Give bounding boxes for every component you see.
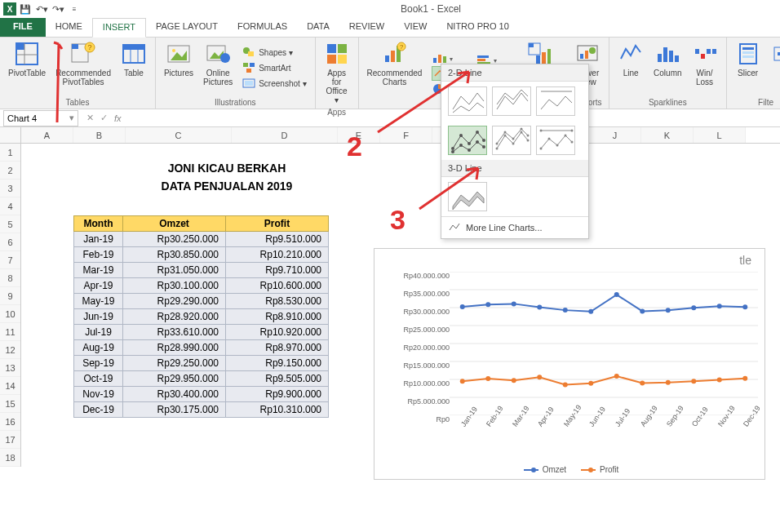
cell-profit[interactable]: Rp9.900.000 xyxy=(226,387,329,402)
col-header-C[interactable]: C xyxy=(126,127,232,143)
cell-profit[interactable]: Rp9.505.000 xyxy=(226,371,329,387)
select-all-corner[interactable] xyxy=(0,127,21,143)
cell-profit[interactable]: Rp9.710.000 xyxy=(226,263,329,278)
tab-formulas[interactable]: FORMULAS xyxy=(228,18,297,37)
cell-profit[interactable]: Rp10.600.000 xyxy=(226,278,329,294)
col-header-K[interactable]: K xyxy=(641,127,694,143)
rec-pivottables-button[interactable]: ? Recommended PivotTables xyxy=(52,39,114,96)
row-header-1[interactable]: 1 xyxy=(0,144,20,162)
cell-profit[interactable]: Rp9.510.000 xyxy=(226,232,329,247)
chart-type-line-markers[interactable] xyxy=(448,126,487,155)
tab-nitro[interactable]: NITRO PRO 10 xyxy=(437,18,518,37)
enter-icon[interactable]: ✓ xyxy=(100,113,108,123)
tab-file[interactable]: FILE xyxy=(0,18,46,37)
cell-omzet[interactable]: Rp30.175.000 xyxy=(123,402,226,418)
row-header-2[interactable]: 2 xyxy=(0,162,20,180)
save-icon[interactable]: 💾 xyxy=(18,2,33,16)
row-header-13[interactable]: 13 xyxy=(0,359,20,377)
apps-office-button[interactable]: Apps for Office ▾ xyxy=(321,39,353,106)
cell-omzet[interactable]: Rp33.610.000 xyxy=(123,325,226,340)
table-row[interactable]: Apr-19Rp30.100.000Rp10.600.000 xyxy=(74,278,329,294)
table-button[interactable]: Table xyxy=(117,39,150,96)
table-row[interactable]: Nov-19Rp30.400.000Rp9.900.000 xyxy=(74,387,329,402)
row-header-14[interactable]: 14 xyxy=(0,377,20,395)
cell-month[interactable]: Aug-19 xyxy=(74,340,123,356)
chart-type-100stacked-line[interactable] xyxy=(536,86,575,116)
col-header-L[interactable]: L xyxy=(694,127,746,143)
sparkline-column-button[interactable]: Column xyxy=(650,39,685,96)
table-row[interactable]: Jun-19Rp28.920.000Rp8.910.000 xyxy=(74,309,329,325)
undo-icon[interactable]: ↶▾ xyxy=(34,2,49,16)
cell-month[interactable]: Sep-19 xyxy=(74,356,123,371)
col-profit-header[interactable]: Profit xyxy=(226,216,329,232)
pictures-button[interactable]: Pictures xyxy=(161,39,197,96)
customize-qat-icon[interactable]: ≡ xyxy=(67,2,82,16)
table-row[interactable]: Jul-19Rp33.610.000Rp10.920.000 xyxy=(74,325,329,340)
rec-charts-button[interactable]: ? Recommended Charts xyxy=(364,39,426,107)
cell-month[interactable]: Nov-19 xyxy=(74,387,123,402)
cell-profit[interactable]: Rp8.910.000 xyxy=(226,309,329,325)
tab-data[interactable]: DATA xyxy=(297,18,339,37)
embedded-chart[interactable]: tle Rp40.000.000Rp35.000.000Rp30.000.000… xyxy=(374,248,765,480)
cell-omzet[interactable]: Rp29.250.000 xyxy=(123,356,226,371)
cell-omzet[interactable]: Rp28.990.000 xyxy=(123,340,226,356)
online-pictures-button[interactable]: Online Pictures xyxy=(200,39,236,96)
row-header-7[interactable]: 7 xyxy=(0,251,20,269)
col-header-F[interactable]: F xyxy=(380,127,432,143)
chart-type-line[interactable] xyxy=(448,86,487,116)
row-header-6[interactable]: 6 xyxy=(0,233,20,251)
cell-omzet[interactable]: Rp29.290.000 xyxy=(123,294,226,309)
row-header-17[interactable]: 17 xyxy=(0,431,20,449)
table-row[interactable]: Mar-19Rp31.050.000Rp9.710.000 xyxy=(74,263,329,278)
cell-month[interactable]: Jul-19 xyxy=(74,325,123,340)
cell-month[interactable]: May-19 xyxy=(74,294,123,309)
tab-insert[interactable]: INSERT xyxy=(92,18,146,38)
cell-profit[interactable]: Rp8.970.000 xyxy=(226,340,329,356)
cell-omzet[interactable]: Rp28.920.000 xyxy=(123,309,226,325)
name-box[interactable]: Chart 4 ▾ xyxy=(3,110,78,126)
chart-type-100stacked-line-markers[interactable] xyxy=(536,126,575,155)
row-header-5[interactable]: 5 xyxy=(0,215,20,233)
row-header-15[interactable]: 15 xyxy=(0,395,20,413)
cell-omzet[interactable]: Rp30.850.000 xyxy=(123,247,226,263)
table-row[interactable]: Dec-19Rp30.175.000Rp10.310.000 xyxy=(74,402,329,418)
redo-icon[interactable]: ↷▾ xyxy=(51,2,65,16)
col-header-A[interactable]: A xyxy=(21,127,73,143)
row-header-18[interactable]: 18 xyxy=(0,449,20,467)
chart-type-stacked-line-markers[interactable] xyxy=(492,126,531,155)
cell-month[interactable]: Dec-19 xyxy=(74,402,123,418)
row-header-10[interactable]: 10 xyxy=(0,305,20,323)
timeline-button[interactable]: Ti xyxy=(768,39,780,96)
cancel-icon[interactable]: ✕ xyxy=(86,113,94,123)
cell-month[interactable]: Apr-19 xyxy=(74,278,123,294)
tab-pagelayout[interactable]: PAGE LAYOUT xyxy=(146,18,228,37)
col-header-B[interactable]: B xyxy=(73,127,126,143)
row-header-8[interactable]: 8 xyxy=(0,269,20,287)
cell-omzet[interactable]: Rp30.100.000 xyxy=(123,278,226,294)
cell-profit[interactable]: Rp10.310.000 xyxy=(226,402,329,418)
table-row[interactable]: Feb-19Rp30.850.000Rp10.210.000 xyxy=(74,247,329,263)
col-header-E[interactable]: E xyxy=(338,127,380,143)
col-header-J[interactable]: J xyxy=(589,127,641,143)
cell-omzet[interactable]: Rp29.950.000 xyxy=(123,371,226,387)
row-header-4[interactable]: 4 xyxy=(0,197,20,215)
screenshot-button[interactable]: Screenshot ▾ xyxy=(242,77,306,90)
table-row[interactable]: Jan-19Rp30.250.000Rp9.510.000 xyxy=(74,232,329,247)
col-header-D[interactable]: D xyxy=(232,127,338,143)
cell-month[interactable]: Feb-19 xyxy=(74,247,123,263)
shapes-button[interactable]: Shapes ▾ xyxy=(242,46,293,59)
cell-month[interactable]: Mar-19 xyxy=(74,263,123,278)
row-header-16[interactable]: 16 xyxy=(0,413,20,431)
more-line-charts[interactable]: More Line Charts... xyxy=(441,216,588,238)
cell-profit[interactable]: Rp10.210.000 xyxy=(226,247,329,263)
cell-omzet[interactable]: Rp30.250.000 xyxy=(123,232,226,247)
cell-profit[interactable]: Rp8.530.000 xyxy=(226,294,329,309)
tab-view[interactable]: VIEW xyxy=(394,18,437,37)
smartart-button[interactable]: SmartArt xyxy=(242,61,290,74)
cell-profit[interactable]: Rp10.920.000 xyxy=(226,325,329,340)
col-month-header[interactable]: Month xyxy=(74,216,123,232)
sparkline-line-button[interactable]: Line xyxy=(614,39,647,96)
pivottable-button[interactable]: PivotTable xyxy=(5,39,49,96)
cell-profit[interactable]: Rp9.150.000 xyxy=(226,356,329,371)
col-omzet-header[interactable]: Omzet xyxy=(123,216,226,232)
